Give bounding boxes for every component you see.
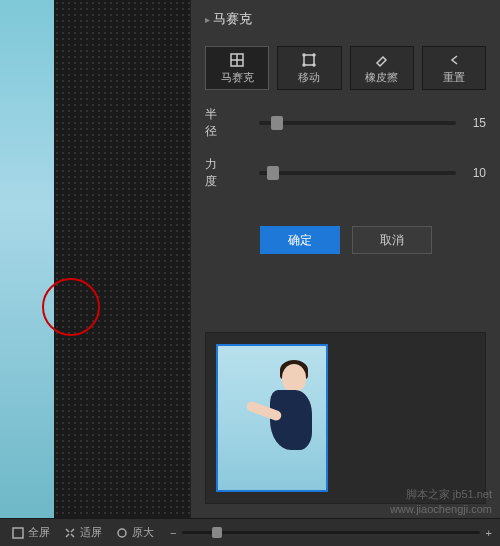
preview-thumbnail[interactable]: [216, 344, 328, 492]
strength-thumb[interactable]: [267, 166, 279, 180]
fullscreen-label: 全屏: [28, 525, 50, 540]
fullscreen-icon: [12, 527, 24, 539]
svg-point-9: [118, 529, 126, 537]
original-button[interactable]: 原大: [112, 525, 158, 540]
thumbnail-area: [205, 332, 486, 504]
original-label: 原大: [132, 525, 154, 540]
fit-button[interactable]: 适屏: [60, 525, 106, 540]
thumbnail-figure: [252, 364, 312, 484]
tool-label: 移动: [298, 70, 320, 85]
status-bar: 全屏 适屏 原大 − +: [0, 518, 500, 546]
zoom-slider[interactable]: [182, 531, 479, 534]
zoom-out-button[interactable]: −: [170, 527, 176, 539]
zoom-control: − +: [170, 527, 492, 539]
eraser-icon: [374, 52, 390, 68]
ok-button[interactable]: 确定: [260, 226, 340, 254]
strength-slider-row: 力度 10: [191, 148, 500, 198]
radius-thumb[interactable]: [271, 116, 283, 130]
tool-reset[interactable]: 重置: [422, 46, 486, 90]
panel-title: 马赛克: [191, 0, 500, 38]
original-icon: [116, 527, 128, 539]
fit-icon: [64, 527, 76, 539]
fullscreen-button[interactable]: 全屏: [8, 525, 54, 540]
cancel-button[interactable]: 取消: [352, 226, 432, 254]
radius-slider[interactable]: [259, 121, 456, 125]
strength-value: 10: [466, 166, 486, 180]
radius-value: 15: [466, 116, 486, 130]
tool-move[interactable]: 移动: [277, 46, 341, 90]
tool-mosaic[interactable]: 马赛克: [205, 46, 269, 90]
brush-cursor: [42, 278, 100, 336]
tool-label: 橡皮擦: [365, 70, 398, 85]
move-icon: [301, 52, 317, 68]
canvas-area[interactable]: [0, 0, 190, 518]
mosaic-panel: 马赛克 马赛克 移动 橡皮擦 重置 半径 15 力度 10: [190, 0, 500, 518]
tool-label: 马赛克: [221, 70, 254, 85]
tool-row: 马赛克 移动 橡皮擦 重置: [191, 38, 500, 98]
svg-rect-8: [13, 528, 23, 538]
svg-rect-3: [304, 55, 314, 65]
fit-label: 适屏: [80, 525, 102, 540]
canvas-image-strip: [0, 0, 54, 518]
zoom-thumb[interactable]: [212, 527, 222, 538]
zoom-in-button[interactable]: +: [486, 527, 492, 539]
strength-slider[interactable]: [259, 171, 456, 175]
strength-label: 力度: [205, 156, 249, 190]
radius-label: 半径: [205, 106, 249, 140]
tool-label: 重置: [443, 70, 465, 85]
radius-slider-row: 半径 15: [191, 98, 500, 148]
tool-eraser[interactable]: 橡皮擦: [350, 46, 414, 90]
reset-icon: [446, 52, 462, 68]
button-row: 确定 取消: [191, 198, 500, 268]
mosaic-icon: [229, 52, 245, 68]
